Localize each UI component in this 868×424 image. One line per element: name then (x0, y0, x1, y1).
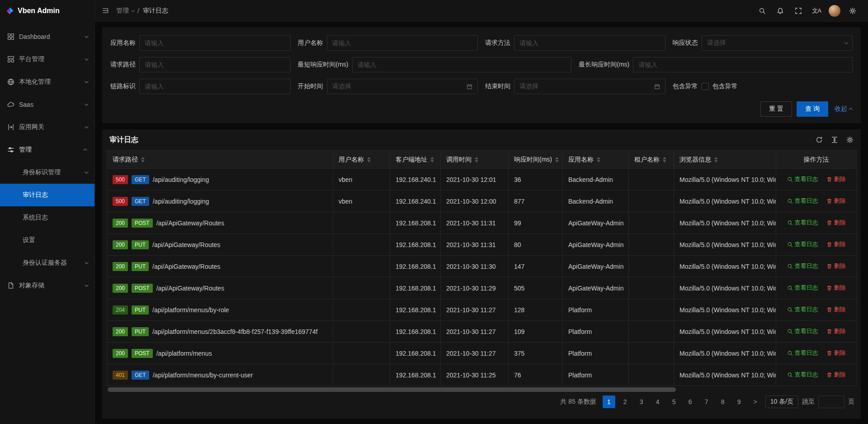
next-page-button[interactable]: > (749, 395, 762, 408)
sidebar-item[interactable]: Saas (0, 93, 94, 116)
view-log-button[interactable]: 查看日志 (787, 175, 818, 183)
table-settings-icon[interactable] (846, 136, 854, 143)
delete-button[interactable]: 删除 (826, 262, 846, 270)
view-log-button[interactable]: 查看日志 (787, 327, 818, 335)
settings-gear-icon[interactable] (844, 0, 861, 22)
table-row[interactable]: 401GET/api/platform/menus/by-current-use… (107, 364, 857, 386)
delete-button[interactable]: 删除 (826, 284, 846, 292)
include-exception-checkbox[interactable] (702, 83, 709, 90)
sort-icon[interactable] (714, 157, 718, 162)
sidebar-item[interactable]: 审计日志 (0, 184, 94, 206)
page-button-6[interactable]: 6 (684, 395, 697, 408)
table-row[interactable]: 500GET/api/auditing/loggingvben192.168.2… (107, 191, 857, 212)
column-header[interactable]: 浏览器信息 (674, 151, 776, 169)
view-log-button[interactable]: 查看日志 (787, 240, 818, 248)
table-row[interactable]: 200PUT/api/platform/menus/2b3accf8-4fb8-… (107, 321, 857, 343)
request-path-input[interactable] (139, 57, 291, 72)
view-log-button[interactable]: 查看日志 (787, 219, 818, 227)
collapse-button[interactable]: 收起 (835, 105, 853, 113)
column-header[interactable]: 用户名称 (333, 151, 390, 169)
page-size-select[interactable]: 10 条/页 (765, 395, 798, 408)
delete-button[interactable]: 删除 (826, 349, 846, 357)
translate-icon[interactable]: 文A (808, 0, 825, 22)
view-log-button[interactable]: 查看日志 (787, 197, 818, 205)
view-log-button[interactable]: 查看日志 (787, 349, 818, 357)
column-header[interactable]: 租户名称 (629, 151, 674, 169)
request-path-cell: 200PUT/api/platform/menus/2b3accf8-4fb8-… (107, 321, 333, 343)
delete-button[interactable]: 删除 (826, 327, 846, 335)
fullscreen-icon[interactable] (790, 0, 807, 22)
table-row[interactable]: 200POST/api/ApiGateway/Routes192.168.208… (107, 277, 857, 299)
page-button-3[interactable]: 3 (635, 395, 648, 408)
reset-button[interactable]: 重 置 (760, 101, 792, 117)
sidebar-item[interactable]: 应用网关 (0, 116, 94, 138)
jump-page-input[interactable] (818, 395, 844, 408)
menu-fold-icon[interactable] (102, 7, 109, 14)
sort-icon[interactable] (475, 157, 478, 162)
sort-icon[interactable] (430, 157, 434, 162)
page-button-8[interactable]: 8 (717, 395, 729, 408)
table-row[interactable]: 500GET/api/auditing/loggingvben192.168.2… (107, 169, 857, 191)
sort-icon[interactable] (367, 157, 371, 162)
view-log-button[interactable]: 查看日志 (787, 371, 818, 379)
response-status-select[interactable]: 请选择 (702, 35, 853, 51)
page-button-4[interactable]: 4 (651, 395, 664, 408)
delete-button[interactable]: 删除 (826, 219, 846, 227)
delete-button[interactable]: 删除 (826, 175, 846, 183)
column-header[interactable]: 调用时间 (441, 151, 509, 169)
sidebar-item-label: Dashboard (19, 33, 80, 40)
sidebar-item[interactable]: Dashboard (0, 25, 94, 48)
page-button-9[interactable]: 9 (733, 395, 745, 408)
column-header[interactable]: 请求路径 (107, 151, 333, 169)
min-response-time-input[interactable] (352, 57, 572, 72)
user-name-input[interactable] (327, 35, 478, 51)
page-button-1[interactable]: 1 (603, 395, 615, 408)
delete-button[interactable]: 删除 (826, 197, 846, 205)
page-button-5[interactable]: 5 (668, 395, 680, 408)
end-time-picker[interactable]: 请选择 (514, 79, 665, 94)
column-header[interactable]: 应用名称 (563, 151, 629, 169)
actions-cell: 查看日志删除 (776, 191, 857, 212)
table-row[interactable]: 200PUT/api/ApiGateway/Routes192.168.208.… (107, 234, 857, 256)
scrollbar-thumb[interactable] (108, 387, 676, 392)
sidebar-item[interactable]: 管理 (0, 138, 94, 161)
start-time-picker[interactable]: 请选择 (327, 79, 478, 94)
sort-icon[interactable] (663, 157, 666, 162)
sidebar-item[interactable]: 系统日志 (0, 206, 94, 229)
max-response-time-input[interactable] (633, 57, 853, 72)
notification-bell-icon[interactable] (772, 0, 788, 22)
table-row[interactable]: 200POST/api/platform/menus192.168.208.12… (107, 343, 857, 364)
delete-button[interactable]: 删除 (826, 240, 846, 248)
search-icon[interactable] (754, 0, 770, 22)
column-header[interactable]: 客户端地址 (390, 151, 441, 169)
sidebar-item[interactable]: 本地化管理 (0, 71, 94, 93)
breadcrumb-item-manage[interactable]: 管理 (116, 7, 134, 15)
refresh-icon[interactable] (816, 136, 823, 143)
trace-id-input[interactable] (139, 79, 291, 94)
table-row[interactable]: 200POST/api/ApiGateway/Routes192.168.208… (107, 212, 857, 234)
sort-icon[interactable] (597, 157, 600, 162)
column-height-icon[interactable] (831, 136, 838, 143)
logo[interactable]: Vben Admin (0, 0, 94, 22)
view-log-button[interactable]: 查看日志 (787, 284, 818, 292)
sidebar-item[interactable]: 平台管理 (0, 48, 94, 71)
view-log-button[interactable]: 查看日志 (787, 305, 818, 314)
table-row[interactable]: 204PUT/api/platform/menus/by-role192.168… (107, 299, 857, 321)
page-button-2[interactable]: 2 (619, 395, 632, 408)
sidebar-item[interactable]: 身份标识管理 (0, 161, 94, 184)
table-row[interactable]: 200PUT/api/ApiGateway/Routes192.168.208.… (107, 256, 857, 277)
delete-button[interactable]: 删除 (826, 371, 846, 379)
sidebar-item[interactable]: 设置 (0, 229, 94, 252)
sidebar-item[interactable]: 对象存储 (0, 274, 94, 297)
sort-icon[interactable] (141, 157, 145, 162)
user-avatar-button[interactable] (826, 0, 843, 22)
delete-button[interactable]: 删除 (826, 305, 846, 314)
sort-icon[interactable] (555, 157, 559, 162)
search-button[interactable]: 查 询 (797, 101, 828, 117)
sidebar-item[interactable]: 身份认证服务器 (0, 252, 94, 274)
page-button-7[interactable]: 7 (700, 395, 713, 408)
http-method-input[interactable] (514, 35, 665, 51)
column-header[interactable]: 响应时间(ms) (509, 151, 563, 169)
app-name-input[interactable] (139, 35, 291, 51)
view-log-button[interactable]: 查看日志 (787, 262, 818, 270)
